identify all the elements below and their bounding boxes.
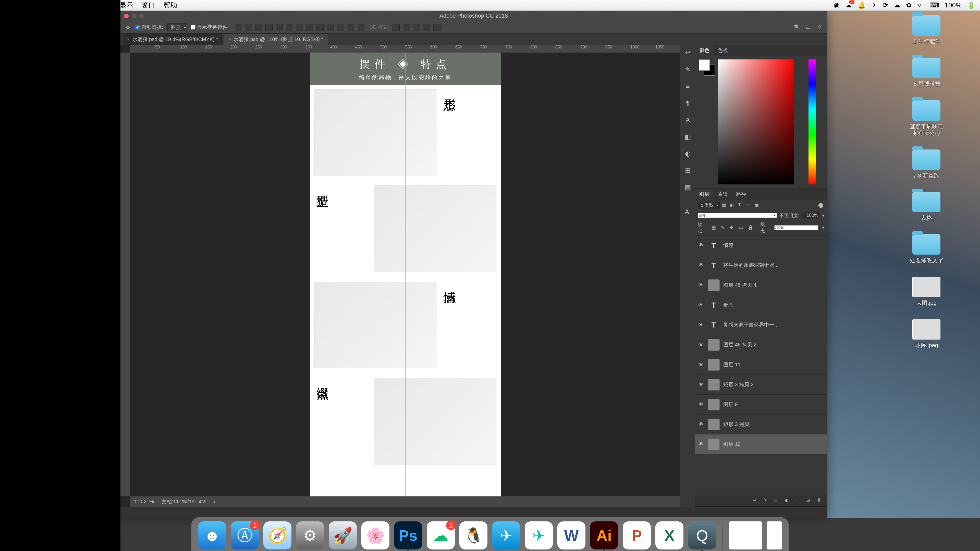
menu-view[interactable]: 显示 (120, 1, 133, 10)
desktop-folder[interactable]: 7.8 新丝路 (908, 149, 944, 179)
visibility-icon[interactable]: 👁 (698, 262, 704, 268)
close-tab-icon[interactable]: × (228, 37, 231, 42)
dock-photoshop[interactable]: Ps (394, 521, 422, 549)
dock-sysprefs[interactable]: ⚙ (296, 521, 324, 549)
fill-input[interactable] (774, 225, 818, 230)
filter-pixel-icon[interactable]: ▦ (722, 202, 728, 208)
desktop-folder[interactable]: .5 思诚科技 (908, 58, 944, 87)
dock-word[interactable]: W (557, 521, 585, 549)
dock-illustrator[interactable]: Ai (590, 521, 618, 549)
3d-icon[interactable] (433, 24, 441, 31)
dock-quicktime[interactable]: Q (688, 521, 716, 549)
dock-appstore[interactable]: Ⓐ2 (231, 521, 259, 549)
info-icon[interactable]: ⊞ (683, 166, 692, 175)
menu-window[interactable]: 窗口 (142, 1, 155, 10)
close-tab-icon[interactable]: × (127, 37, 130, 42)
dock-excel[interactable]: X (655, 521, 683, 549)
align-left-icon[interactable] (266, 24, 272, 31)
visibility-icon[interactable]: 👁 (698, 322, 704, 328)
layer-row[interactable]: 👁矩形 3 拷贝 (695, 414, 827, 434)
window-titlebar[interactable]: Adobe Photoshop CC 2018 (121, 11, 827, 21)
dock-feishu[interactable]: ✈ (525, 521, 553, 549)
guide-line[interactable] (405, 52, 406, 496)
dock-photos[interactable]: 🌸 (361, 521, 390, 549)
dock-minimized-window[interactable] (767, 521, 782, 549)
layer-fx-icon[interactable]: fx (764, 498, 770, 504)
wifi-icon[interactable]: ᯤ (917, 1, 924, 9)
3d-icon[interactable] (423, 24, 430, 31)
align-bottom-icon[interactable] (255, 24, 262, 31)
delete-layer-icon[interactable]: 🗑 (817, 498, 823, 504)
document-tab[interactable]: ×水滴猪.psd @ 19.4%(RGB/8/CMYK) * (123, 34, 223, 45)
layer-row[interactable]: 👁图层 46 拷贝 2 (695, 335, 827, 355)
dock-finder[interactable]: ☻ (198, 521, 226, 549)
dock-wechat[interactable]: ☁2 (427, 521, 455, 549)
desktop-file[interactable]: 环保.jpeg (908, 319, 944, 349)
character-icon[interactable]: A (683, 115, 692, 124)
traffic-lights[interactable] (124, 14, 144, 18)
minimize-icon[interactable] (132, 14, 136, 18)
dock-dingtalk[interactable]: ✈ (492, 521, 520, 549)
desktop-folder[interactable]: 表格 (908, 192, 944, 221)
cloud-icon[interactable]: ☁ (894, 1, 900, 9)
foreground-color[interactable] (699, 59, 710, 71)
dock-launchpad[interactable]: 🚀 (329, 521, 357, 549)
distribute-icon[interactable] (327, 24, 334, 31)
visibility-icon[interactable]: 👁 (698, 342, 704, 348)
layer-row[interactable]: 👁图层 46 拷贝 4 (695, 275, 827, 295)
new-layer-icon[interactable]: ⊞ (807, 498, 813, 504)
lock-pixels-icon[interactable]: ✎ (721, 225, 726, 230)
tab-color[interactable]: 颜色 (695, 45, 714, 56)
blend-mode[interactable]: 正常 (698, 213, 777, 218)
desktop-folder[interactable]: .5 牛行肥牛 (908, 15, 944, 45)
adjustments-icon[interactable]: ≡ (683, 82, 692, 91)
actions-icon[interactable]: ◐ (683, 149, 692, 158)
visibility-icon[interactable]: 👁 (698, 282, 704, 288)
bell-icon[interactable]: 🔔 (858, 1, 865, 9)
layer-row[interactable]: 👁T灵感来源于自然界中一... (695, 315, 827, 335)
filter-toggle-icon[interactable]: ⬤ (818, 202, 824, 208)
move-tool-icon[interactable]: ✥ (124, 24, 132, 31)
wechat-status-icon[interactable]: ☁ (845, 1, 852, 9)
tab-swatches[interactable]: 色板 (714, 45, 732, 56)
filter-type-icon[interactable]: T (738, 202, 744, 208)
fg-bg-swatches[interactable] (699, 59, 715, 76)
glyphs-icon[interactable]: A| (683, 207, 692, 216)
visibility-icon[interactable]: 👁 (698, 441, 704, 447)
document-tab[interactable]: ×水滴猪.psd @ 110% (图层 10, RGB/8) * (224, 34, 328, 45)
lock-position-icon[interactable]: ✥ (730, 225, 735, 230)
distribute-icon[interactable] (306, 24, 313, 31)
dock-qq[interactable]: 🐧 (460, 521, 487, 549)
link-layers-icon[interactable]: ⇔ (753, 498, 759, 504)
close-icon[interactable] (124, 14, 129, 18)
filter-shape-icon[interactable]: ▭ (746, 202, 752, 208)
dock-powerpoint[interactable]: P (623, 521, 651, 549)
distribute-icon[interactable] (317, 24, 324, 31)
zoom-icon[interactable] (139, 14, 144, 18)
layer-row[interactable]: 👁图层 10 (695, 434, 827, 454)
align-top-icon[interactable] (235, 24, 242, 31)
history-icon[interactable]: ↩ (683, 48, 692, 57)
properties-icon[interactable]: ▤ (683, 183, 692, 192)
visibility-icon[interactable]: 👁 (698, 302, 704, 308)
desktop-file[interactable]: 大图.jpg (908, 277, 944, 306)
tab-layers[interactable]: 图层 (695, 189, 714, 200)
sync-icon[interactable]: ⟳ (883, 1, 888, 9)
visibility-icon[interactable]: 👁 (698, 421, 704, 427)
align-right-icon[interactable] (286, 24, 293, 31)
align-vcenter-icon[interactable] (245, 24, 252, 31)
auto-select-checkbox[interactable]: 自动选择: (135, 24, 163, 30)
ruler-horizontal[interactable]: 5010015020025030035040045050055060065070… (130, 45, 680, 52)
chevron-right-icon[interactable]: › (213, 499, 215, 505)
layer-mask-icon[interactable]: ◻ (774, 498, 780, 504)
styles-icon[interactable]: ◧ (683, 132, 692, 141)
group-icon[interactable]: ▭ (796, 498, 802, 504)
adjustment-layer-icon[interactable]: ◐ (785, 498, 791, 504)
desktop-folder[interactable]: 宜春市辰联电务有限公司 (908, 100, 944, 137)
visibility-icon[interactable]: 👁 (698, 382, 704, 387)
chevron-down-icon[interactable]: ▾ (822, 225, 824, 230)
menu-help[interactable]: 帮助 (164, 1, 177, 10)
lock-transparency-icon[interactable]: ▦ (711, 225, 717, 230)
desktop-folder[interactable]: 处理修改文字 (908, 234, 944, 264)
workspace-icon[interactable]: ▭ (804, 24, 812, 31)
